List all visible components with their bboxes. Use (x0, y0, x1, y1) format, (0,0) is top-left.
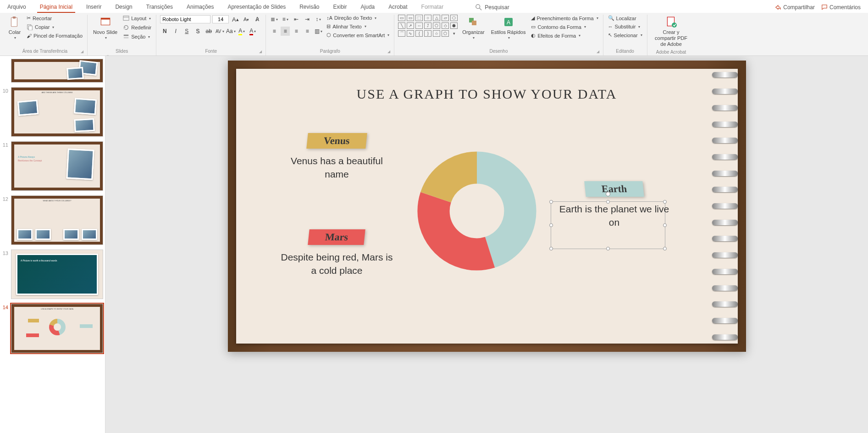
svg-rect-5 (28, 26, 32, 30)
slide: USE A GRAPH TO SHOW YOUR DATA Venus Venu… (228, 61, 746, 352)
menu-inserir[interactable]: Inserir (83, 2, 104, 13)
replace-button[interactable]: ↔Substituir (607, 23, 643, 30)
new-slide-button[interactable]: Novo Slide (91, 15, 119, 41)
menu-acrobat[interactable]: Acrobat (386, 2, 410, 13)
svg-rect-11 (124, 37, 129, 39)
copy-button[interactable]: Copiar (26, 23, 83, 31)
font-size-select[interactable] (212, 15, 229, 23)
group-slides: Novo Slide Layout Redefinir Seção Slides (88, 15, 156, 56)
menu-design[interactable]: Design (112, 2, 135, 13)
share-button[interactable]: Compartilhar (775, 4, 815, 11)
slide-thumbnail-panel[interactable]: 10 AND THESE ARE THREE COLUMNS 11 A Pict… (0, 56, 105, 433)
venus-block[interactable]: Venus Venus has a beautiful name (287, 133, 387, 181)
layout-button[interactable]: Layout (122, 15, 152, 22)
menu-formatar[interactable]: Formatar (419, 2, 447, 13)
rotate-handle[interactable] (606, 192, 610, 196)
search-box[interactable]: Pesquisar (473, 2, 512, 13)
menu-revisao[interactable]: Revisão (297, 2, 322, 13)
text-direction-button[interactable]: ↕ADireção do Texto (326, 15, 390, 21)
menu-animacoes[interactable]: Animações (184, 2, 216, 13)
venus-caption: Venus has a beautiful name (287, 154, 387, 181)
columns-button[interactable]: ▥ (314, 27, 323, 36)
mars-block[interactable]: Mars Despite being red, Mars is a cold p… (280, 229, 394, 278)
slide-thumb-10[interactable]: AND THESE ARE THREE COLUMNS (11, 87, 103, 137)
svg-point-17 (672, 22, 677, 28)
paste-button[interactable]: Colar (6, 15, 23, 41)
copy-icon (27, 24, 33, 30)
menu-arquivo[interactable]: Arquivo (5, 2, 29, 13)
slide-thumb-14[interactable]: USE A GRAPH TO SHOW YOUR DATA (11, 304, 103, 353)
mars-caption: Despite being red, Mars is a cold place (280, 250, 394, 278)
italic-button[interactable]: I (171, 27, 180, 36)
donut-chart[interactable] (415, 149, 539, 273)
arrange-button[interactable]: Organizar (460, 15, 486, 41)
slide-thumb-11[interactable]: A Picture Always Reinforces the Concept (11, 141, 103, 191)
line-spacing-button[interactable]: ↕ (314, 15, 323, 24)
numbering-button[interactable]: ≡ (281, 15, 290, 24)
align-center-button[interactable]: ≡ (281, 27, 290, 36)
reset-icon (123, 24, 129, 31)
brush-icon: 🖌 (27, 33, 32, 39)
increase-indent-button[interactable]: ⇥ (303, 15, 312, 24)
share-icon (775, 4, 781, 11)
handle-w[interactable] (549, 223, 553, 227)
change-case-button[interactable]: Aa (226, 27, 235, 36)
justify-button[interactable]: ≡ (303, 27, 312, 36)
select-button[interactable]: ↖Selecionar (607, 32, 643, 39)
handle-se[interactable] (663, 247, 667, 250)
menu-bar: Arquivo Página Inicial Inserir Design Tr… (0, 0, 868, 13)
comment-icon (821, 4, 828, 11)
decrease-font-button[interactable]: A▾ (242, 15, 251, 24)
menu-transicoes[interactable]: Transições (144, 2, 176, 13)
format-painter-button[interactable]: 🖌Pincel de Formatação (26, 33, 83, 39)
underline-button[interactable]: S (182, 27, 191, 36)
section-button[interactable]: Seção (122, 33, 152, 40)
shape-fill-button[interactable]: ◢Preenchimento da Forma (530, 15, 599, 22)
shape-effects-button[interactable]: ◐Efeitos de Forma (530, 32, 599, 39)
align-text-button[interactable]: ⊟Alinhar Texto (326, 23, 390, 30)
menu-exibir[interactable]: Exibir (331, 2, 350, 13)
spiral-binding (712, 67, 738, 345)
slide-canvas[interactable]: USE A GRAPH TO SHOW YOUR DATA Venus Venu… (105, 56, 868, 433)
slide-thumb-12[interactable]: WHAT ABOUT FOUR COLUMNS? (11, 195, 103, 245)
layout-icon (123, 15, 129, 22)
font-name-select[interactable] (160, 15, 210, 23)
adobe-pdf-button[interactable]: Crear y compartir PDF de Adobe (651, 15, 691, 49)
shape-gallery[interactable]: ▭▭⬚○△▱⬡ ╲↗↔⤴⬠◇⬢ ⌒∿{}☆⬠▾ (398, 15, 458, 37)
reset-button[interactable]: Redefinir (122, 24, 152, 31)
arrange-icon (467, 16, 480, 28)
increase-font-button[interactable]: A▴ (231, 15, 240, 24)
menu-ajuda[interactable]: Ajuda (358, 2, 378, 13)
bullets-button[interactable]: ≣ (270, 15, 279, 24)
highlight-button[interactable]: A (237, 27, 246, 36)
shape-outline-button[interactable]: ▭Contorno da Forma (530, 23, 599, 30)
decrease-indent-button[interactable]: ⇤ (292, 15, 301, 24)
slide-thumb-13[interactable]: A Picture is worth a thousand words (11, 250, 103, 299)
comments-button[interactable]: Comentários (821, 4, 861, 11)
svg-text:A: A (507, 19, 510, 26)
section-icon (123, 33, 129, 40)
quick-styles-button[interactable]: A Estilos Rápidos (489, 15, 528, 41)
clear-formatting-button[interactable]: A̷ (253, 15, 262, 24)
strikethrough-button[interactable]: ab (204, 27, 213, 36)
outline-icon: ▭ (531, 24, 536, 30)
slide-title[interactable]: USE A GRAPH TO SHOW YOUR DATA (236, 69, 738, 102)
font-color-button[interactable]: A (248, 27, 257, 36)
shadow-button[interactable]: S (193, 27, 202, 36)
align-left-button[interactable]: ≡ (270, 27, 279, 36)
bold-button[interactable]: N (160, 27, 169, 36)
handle-s[interactable] (606, 247, 610, 250)
convert-smartart-button[interactable]: ⬡Converter em SmartArt (326, 32, 390, 39)
earth-block[interactable]: Earth Earth is the planet we live on (557, 181, 672, 229)
handle-nw[interactable] (549, 200, 553, 204)
char-spacing-button[interactable]: AV (215, 27, 224, 36)
find-button[interactable]: 🔍Localizar (607, 15, 643, 22)
cut-button[interactable]: ✂Recortar (26, 15, 83, 22)
menu-apresentacao[interactable]: Apresentação de Slides (225, 2, 288, 13)
menu-pagina-inicial[interactable]: Página Inicial (37, 2, 75, 13)
align-right-button[interactable]: ≡ (292, 27, 301, 36)
handle-sw[interactable] (549, 247, 553, 250)
svg-line-1 (480, 8, 481, 10)
slide-thumb-9[interactable] (11, 59, 103, 83)
group-drawing: ▭▭⬚○△▱⬡ ╲↗↔⤴⬠◇⬢ ⌒∿{}☆⬠▾ Organizar A Esti… (394, 15, 603, 56)
